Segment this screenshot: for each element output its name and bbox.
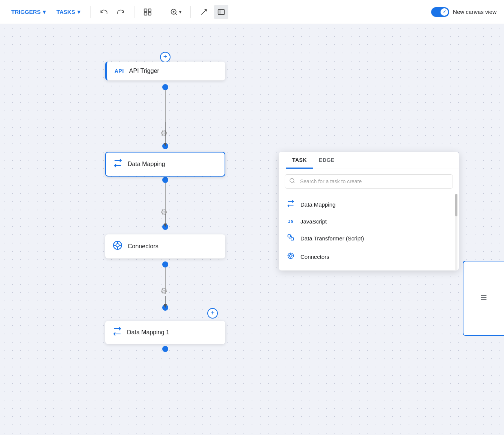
javascript-item-icon: JS [286,219,295,224]
svg-line-5 [175,13,177,15]
new-canvas-toggle-group: New canvas view [431,7,496,17]
scrollbar-thumb [455,194,457,216]
svg-text:⚙: ⚙ [160,128,168,138]
new-canvas-toggle[interactable] [431,7,449,17]
search-icon [289,178,295,185]
data-mapping-1-node[interactable]: Data Mapping 1 [105,321,225,344]
list-item-data-mapping[interactable]: Data Mapping [279,195,459,214]
svg-marker-24 [164,224,167,227]
list-item-connectors[interactable]: Connectors [279,248,459,266]
canvas: + ⚙ ⚙ ⚙ + [0,24,504,435]
svg-rect-1 [148,9,151,11]
zoom-chevron: ▾ [179,9,181,15]
data-mapping-1-icon [113,327,122,338]
data-mapping-item-label: Data Mapping [300,201,335,208]
connectors-icon [113,240,122,252]
undo-button[interactable] [97,5,111,19]
pen-button[interactable] [197,5,211,19]
svg-line-8 [201,9,206,14]
divider-3 [161,6,161,18]
api-icon: API [115,68,124,74]
connectors-node[interactable]: Connectors [105,234,225,258]
divider-4 [190,6,191,18]
svg-rect-2 [144,12,147,15]
data-mapping-1-label: Data Mapping 1 [127,329,169,336]
svg-marker-18 [164,143,167,147]
svg-marker-30 [164,304,167,308]
svg-rect-0 [144,9,147,11]
javascript-item-label: JavaScript [300,218,327,225]
svg-point-25 [162,261,168,267]
new-canvas-label: New canvas view [453,9,496,15]
data-mapping-icon [113,159,122,170]
data-mapping-node[interactable]: Data Mapping [105,152,225,177]
svg-rect-45 [288,235,291,237]
zoom-button[interactable]: ▾ [167,6,184,18]
data-mapping-label: Data Mapping [128,161,165,168]
right-panel [463,261,504,336]
api-trigger-node[interactable]: API API Trigger [105,62,225,80]
list-item-javascript[interactable]: JS JavaScript [279,214,459,229]
tasks-label: TASKS [56,9,75,15]
svg-text:⚙: ⚙ [160,286,168,296]
svg-rect-9 [218,9,225,14]
svg-point-31 [208,308,217,318]
dropdown-tabs: TASK EDGE [279,152,459,169]
tab-edge[interactable]: EDGE [313,152,341,169]
tasks-chevron: ▾ [77,9,80,15]
connectors-item-icon [286,252,295,261]
data-mapping-item-icon [286,200,295,209]
svg-point-19 [162,177,168,183]
tab-task[interactable]: TASK [286,152,313,169]
canvas-view-button[interactable] [214,5,228,19]
svg-point-14 [162,84,168,90]
triggers-button[interactable]: TRIGGERS ▾ [8,6,50,18]
divider-1 [90,6,91,18]
scrollbar-track [455,194,457,270]
redo-button[interactable] [114,5,128,19]
triggers-chevron: ▾ [43,9,46,15]
svg-text:+: + [163,53,167,60]
dropdown-list: Data Mapping JS JavaScript Data Transfor… [279,194,459,270]
svg-point-16 [162,143,168,149]
connectors-label: Connectors [128,243,158,250]
tasks-button[interactable]: TASKS ▾ [53,6,84,18]
triggers-label: TRIGGERS [11,9,41,15]
divider-2 [134,6,134,18]
list-item-data-transformer[interactable]: Data Transformer (Script) [279,229,459,248]
svg-text:+: + [211,309,215,317]
toolbar: TRIGGERS ▾ TASKS ▾ [0,0,504,24]
data-transformer-item-label: Data Transformer (Script) [300,235,364,242]
search-container [285,174,453,189]
task-dropdown-panel: TASK EDGE [279,152,459,270]
connectors-item-label: Connectors [300,254,329,260]
svg-point-48 [290,255,292,257]
svg-rect-46 [291,238,294,240]
api-trigger-label: API Trigger [129,68,159,74]
search-input[interactable] [285,174,453,189]
svg-point-11 [160,52,170,62]
layout-button[interactable] [140,5,155,19]
svg-point-43 [290,178,294,183]
svg-point-35 [116,244,119,247]
svg-point-22 [162,224,168,230]
svg-text:⚙: ⚙ [160,207,168,217]
right-panel-icon [480,293,488,304]
svg-line-44 [293,182,294,183]
data-transformer-item-icon [286,234,295,243]
svg-point-33 [162,346,168,352]
svg-point-28 [162,305,168,311]
svg-rect-3 [148,12,151,15]
